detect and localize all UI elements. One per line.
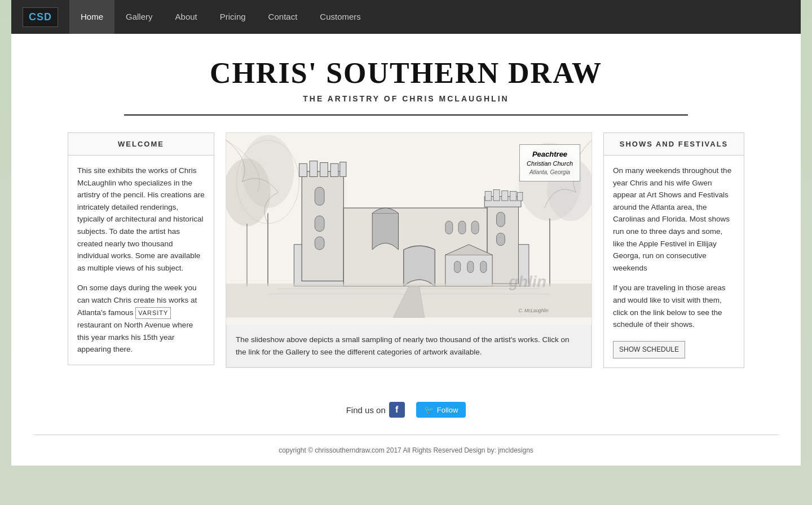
nav-item-home[interactable]: Home	[69, 0, 114, 34]
copyright-bar: copyright © chrissoutherndraw.com 2017 A…	[11, 435, 801, 466]
shows-body: On many weekends throughout the year Chr…	[604, 156, 744, 367]
svg-text:C. McLaughlin: C. McLaughlin	[518, 308, 549, 313]
welcome-paragraph-2: On some days during the week you can wat…	[77, 282, 205, 356]
svg-rect-30	[458, 221, 466, 234]
church-label-line1: Peachtree	[527, 149, 573, 160]
svg-rect-14	[330, 163, 338, 176]
copyright-text: copyright © chrissoutherndraw.com 2017 A…	[279, 446, 533, 454]
nav-link-pricing[interactable]: Pricing	[209, 0, 257, 34]
svg-rect-16	[315, 187, 324, 205]
svg-rect-17	[315, 216, 324, 232]
svg-rect-12	[310, 161, 317, 177]
site-subtitle: THE ARTISTRY OF CHRIS MCLAUGHLIN	[135, 94, 677, 103]
svg-rect-26	[497, 212, 505, 227]
site-title: CHRIS' SOUTHERN DRAW	[135, 56, 677, 90]
svg-rect-23	[502, 191, 508, 201]
svg-rect-21	[485, 191, 491, 201]
nav-menu: Home Gallery About Pricing Contact Custo…	[69, 0, 372, 34]
nav-item-customers[interactable]: Customers	[308, 0, 372, 34]
social-bar: Find us on f 🐦 Follow	[11, 385, 801, 435]
site-header: CHRIS' SOUTHERN DRAW THE ARTISTRY OF CHR…	[124, 34, 688, 116]
svg-rect-34	[467, 261, 474, 272]
welcome-panel: WELCOME This site exhibits the works of …	[68, 132, 214, 365]
nav-item-contact[interactable]: Contact	[257, 0, 309, 34]
nav-item-gallery[interactable]: Gallery	[114, 0, 164, 34]
welcome-body: This site exhibits the works of Chris Mc…	[68, 156, 214, 365]
church-drawing: C. McLaughlin Peachtree Christian Church…	[226, 133, 592, 325]
svg-rect-25	[518, 192, 523, 201]
svg-rect-24	[510, 191, 517, 201]
shows-paragraph-2: If you are traveling in those areas and …	[613, 282, 735, 330]
welcome-paragraph-1: This site exhibits the works of Chris Mc…	[77, 165, 205, 274]
nav-item-pricing[interactable]: Pricing	[209, 0, 257, 34]
follow-text: Follow	[437, 406, 458, 414]
welcome-p2-part2: restaurant on North Avenue where this ye…	[77, 321, 193, 353]
nav-link-home[interactable]: Home	[69, 0, 114, 34]
nav-link-customers[interactable]: Customers	[308, 0, 372, 34]
welcome-title: WELCOME	[68, 133, 214, 156]
navigation: CSD Home Gallery About Pricing Contact C…	[11, 0, 801, 34]
svg-rect-31	[471, 221, 479, 234]
svg-rect-13	[320, 162, 328, 176]
svg-rect-11	[299, 163, 307, 176]
show-schedule-button[interactable]: SHOW SCHEDULE	[613, 341, 685, 358]
twitter-follow-button[interactable]: 🐦 Follow	[416, 402, 466, 418]
shows-paragraph-1: On many weekends throughout the year Chr…	[613, 165, 735, 274]
nav-link-gallery[interactable]: Gallery	[114, 0, 164, 34]
facebook-icon: f	[389, 402, 405, 418]
svg-rect-22	[493, 190, 500, 201]
center-panel: C. McLaughlin Peachtree Christian Church…	[226, 132, 592, 368]
twitter-bird-icon: 🐦	[424, 405, 434, 414]
content-area: WELCOME This site exhibits the works of …	[11, 116, 801, 385]
site-logo[interactable]: CSD	[23, 7, 58, 27]
nav-link-contact[interactable]: Contact	[257, 0, 309, 34]
svg-rect-27	[497, 233, 505, 245]
svg-rect-35	[480, 261, 487, 272]
church-label-line2: Christian Church	[527, 160, 573, 168]
nav-item-about[interactable]: About	[164, 0, 209, 34]
svg-rect-29	[445, 221, 453, 234]
svg-rect-18	[315, 237, 324, 250]
find-us-text: Find us on	[346, 405, 386, 415]
shows-title: SHOWS AND FESTIVALS	[604, 133, 744, 156]
varsity-label: VARSITY	[135, 307, 171, 320]
church-label-line3: Atlanta, Georgia	[527, 169, 573, 176]
facebook-link[interactable]: Find us on f	[346, 402, 405, 418]
shows-panel: SHOWS AND FESTIVALS On many weekends thr…	[603, 132, 744, 368]
slideshow-container[interactable]: C. McLaughlin Peachtree Christian Church…	[226, 132, 592, 368]
church-label: Peachtree Christian Church Atlanta, Geor…	[519, 144, 580, 181]
slideshow-image: C. McLaughlin Peachtree Christian Church…	[226, 133, 592, 325]
nav-link-about[interactable]: About	[164, 0, 209, 34]
svg-rect-33	[454, 261, 461, 272]
svg-rect-15	[340, 162, 346, 177]
slideshow-caption: The slideshow above depicts a small samp…	[226, 325, 592, 367]
